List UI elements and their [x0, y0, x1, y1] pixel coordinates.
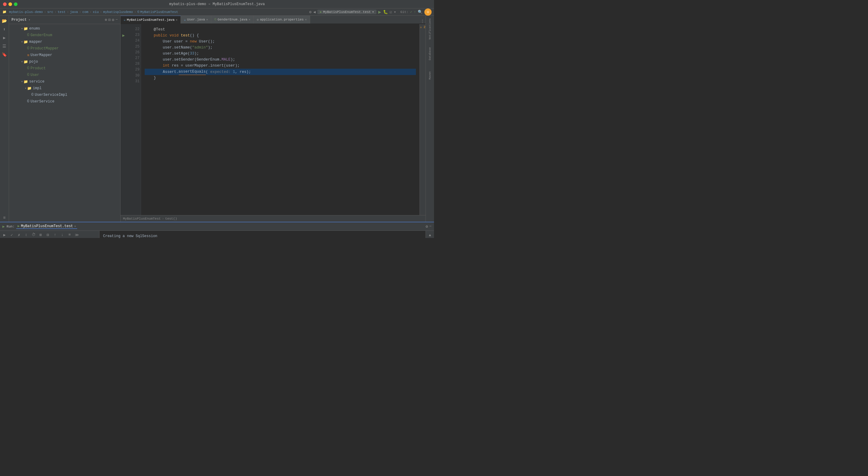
tab-close-3[interactable]: ✕ — [249, 18, 250, 21]
tab-close-4[interactable]: ✕ — [305, 18, 307, 21]
tree-item-enums[interactable]: ▾ 📁 enums — [9, 25, 120, 32]
tab-mybatisenumtest[interactable]: ☕ MyBatisPlusEnumTest.java ✕ — [121, 16, 181, 24]
tab-close-2[interactable]: ✕ — [206, 18, 208, 21]
run-header-hide[interactable]: − — [429, 224, 432, 229]
gutter-23[interactable]: ▶ — [121, 33, 126, 38]
project-panel-header: Project ▾ ⊕ ⊟ ⚙ − — [9, 16, 120, 24]
right-panel-notifications[interactable]: Notifications — [427, 17, 434, 41]
run-tab-close[interactable]: ✕ — [74, 224, 76, 228]
tab-user[interactable]: ☕ User.java ✕ — [181, 16, 211, 24]
run-panel-icon[interactable]: ▶ — [1, 34, 8, 41]
tree-item-impl[interactable]: ▾ 📁 impl — [9, 85, 120, 92]
breadcrumb-class[interactable]: © MyBatisPlusEnumTest — [137, 10, 178, 14]
userservice-label: UserService — [30, 99, 54, 104]
filter-passing-button[interactable]: ✓ — [8, 232, 15, 238]
editor-breadcrumb-class[interactable]: MyBatisPlusEnumTest — [123, 217, 161, 221]
project-icon: 📁 — [2, 10, 7, 14]
tab-genderenum[interactable]: © GenderEnum.java ✕ — [211, 16, 254, 24]
maximize-button[interactable] — [14, 2, 18, 6]
run-label: Run: — [7, 225, 14, 228]
search-icon[interactable]: 🔍 — [418, 10, 423, 14]
run-with-coverage-button[interactable]: ☑ — [390, 10, 392, 14]
breadcrumb-bar: 📁 mybatis-plus-demo › src › test › java … — [0, 8, 434, 16]
run-header-run-icon: ▶ — [2, 224, 5, 229]
code-content[interactable]: @Test public void test() { User user = n… — [141, 24, 420, 215]
nav-back-icon[interactable]: ◀ — [313, 10, 316, 14]
toggle-output-button[interactable]: ≡ — [66, 232, 73, 238]
rerun-button[interactable]: ▶ — [1, 232, 8, 238]
enums-arrow: ▾ — [21, 27, 23, 30]
bookmarks-icon[interactable]: 🔖 — [1, 51, 8, 58]
tree-item-userserviceimpl[interactable]: © UserServiceImpl — [9, 92, 120, 98]
breadcrumb-java[interactable]: java — [70, 10, 78, 14]
breadcrumb-com[interactable]: com — [82, 10, 88, 14]
run-header-settings[interactable]: ⚙ — [426, 224, 428, 229]
avatar[interactable]: U — [424, 8, 432, 16]
locate-file-icon[interactable]: ⊕ — [105, 18, 107, 22]
tree-item-pojo[interactable]: ▾ 📁 pojo — [9, 58, 120, 65]
service-label: service — [29, 80, 44, 84]
breadcrumb-xiu[interactable]: xiu — [93, 10, 99, 14]
console-up-icon[interactable]: ▲ — [427, 232, 433, 238]
git-status-icon: ✓ — [410, 10, 412, 14]
mapper-arrow: ▾ — [21, 40, 23, 44]
tree-item-service[interactable]: ▾ 📁 service — [9, 78, 120, 85]
tree-item-userservice[interactable]: © UserService — [9, 98, 120, 105]
tree-item-user[interactable]: © User — [9, 72, 120, 78]
tree-item-mapper[interactable]: ▾ 📁 mapper — [9, 38, 120, 45]
impl-arrow: ▾ — [25, 87, 27, 90]
breadcrumb-mybatisplusdemo[interactable]: mybatisplusdemo — [103, 10, 133, 14]
more-run-options[interactable]: ▾ — [394, 10, 396, 14]
console-output[interactable]: Creating a new SqlSession SqlSession [or… — [99, 231, 426, 238]
run-config-selector[interactable]: ▶ MyBatisPlusEnumTest.test ▾ — [317, 10, 376, 14]
sort-duration-button[interactable]: ⏱ — [30, 232, 37, 238]
user-icon: © — [27, 73, 29, 77]
more-actions-button[interactable]: ≫ — [73, 232, 80, 238]
plugins-icon[interactable]: ≡ — [1, 214, 8, 222]
close-button[interactable] — [3, 2, 7, 6]
expand-all-button[interactable]: ⊞ — [37, 232, 44, 238]
window-controls[interactable] — [3, 2, 18, 6]
right-panel-database[interactable]: Database — [427, 41, 434, 66]
project-panel-toggle[interactable]: 📂 — [1, 17, 8, 25]
settings-icon[interactable]: ⚙ — [309, 10, 312, 14]
debug-button[interactable]: 🐛 — [383, 10, 388, 14]
product-label: Product — [30, 66, 45, 70]
tab-prop-icon-4: ⚙ — [257, 18, 259, 22]
tree-item-productmapper[interactable]: © ProductMapper — [9, 45, 120, 52]
sort-alpha-button[interactable]: ↕ — [23, 232, 30, 238]
prev-failed-button[interactable]: ↑ — [52, 232, 59, 238]
tab-enum-icon-3: © — [214, 18, 216, 21]
breadcrumb-test[interactable]: test — [58, 10, 65, 14]
tab-close-1[interactable]: ✕ — [176, 18, 178, 22]
editor-scrollbar[interactable]: ⚠ 2 — [420, 24, 426, 215]
tree-item-genderenum[interactable]: © GenderEnum — [9, 32, 120, 38]
tab-application-properties[interactable]: ⚙ application.properties ✕ — [254, 16, 310, 24]
minimize-button[interactable] — [8, 2, 12, 6]
collapse-all-button[interactable]: ⊟ — [44, 232, 51, 238]
impl-label: impl — [33, 86, 41, 90]
commit-icon[interactable]: ⬆ — [1, 25, 8, 33]
structure-icon[interactable]: ☰ — [1, 42, 8, 50]
project-panel-icon: 📂 — [2, 19, 7, 24]
breadcrumb-project[interactable]: mybatis-plus-demo — [9, 10, 43, 14]
run-button[interactable]: ▶ — [378, 9, 381, 15]
breadcrumb-src[interactable]: src — [47, 10, 53, 14]
code-line-23: public void test() { — [145, 33, 416, 38]
product-icon: © — [27, 66, 29, 70]
right-panel-maven[interactable]: Maven — [427, 66, 434, 84]
run-tab-active[interactable]: ▶ MyBatisPlusEnumTest.test ✕ — [16, 224, 77, 229]
tab-label-1: MyBatisPlusEnumTest.java — [127, 18, 175, 22]
panel-settings-icon[interactable]: ⚙ — [112, 18, 114, 22]
tree-item-usermapper[interactable]: ≋ UserMapper — [9, 52, 120, 58]
project-panel-dropdown[interactable]: ▾ — [28, 18, 30, 22]
collapse-all-icon[interactable]: ⊟ — [108, 18, 111, 22]
code-line-27: user.setGender(GenderEnum.MALE); — [145, 57, 416, 63]
panel-hide-icon[interactable]: − — [116, 18, 118, 22]
tree-item-product[interactable]: © Product — [9, 65, 120, 72]
run-header-right: ⚙ − — [426, 224, 432, 229]
editor-breadcrumb-method[interactable]: test() — [165, 217, 177, 221]
tabs-overflow-icon[interactable]: ⋮ — [421, 19, 424, 24]
next-failed-button[interactable]: ↓ — [59, 232, 66, 238]
filter-failing-button[interactable]: ✗ — [16, 232, 22, 238]
